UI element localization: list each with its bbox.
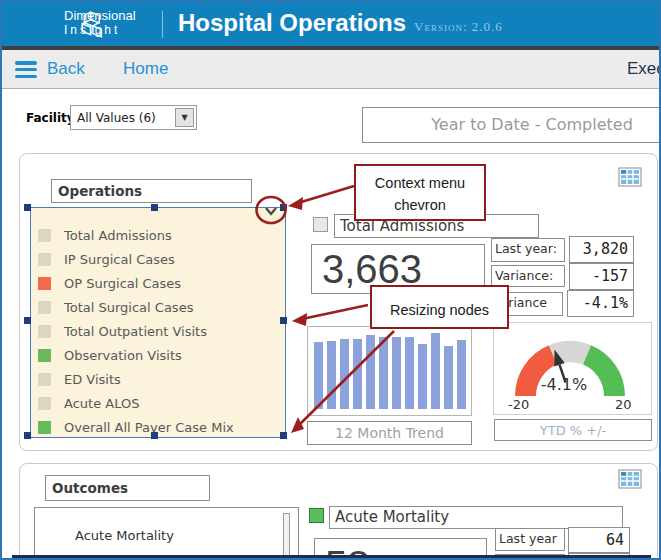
scrollbar-thumb[interactable] [283,513,290,560]
period-selector[interactable]: Year to Date - Completed [362,107,661,143]
trend-bar [457,340,466,409]
nav-back-link[interactable]: Back [47,59,85,79]
stat-value: -157 [569,263,634,290]
metric-color-swatch [38,397,51,410]
metric-row[interactable]: Observation Visits [38,343,282,367]
metric-color-swatch [38,421,51,434]
trend-bar [418,344,427,409]
stat-value: 3,820 [569,236,634,263]
trend-bar [392,337,401,409]
trend-bar [366,335,375,409]
resize-node-top-left[interactable] [24,204,31,211]
metric-color-swatch [38,229,51,242]
stat-label: Variance: [491,265,565,287]
nav-right-link[interactable]: Execu [627,59,661,79]
context-menu-chevron-icon[interactable] [261,201,281,221]
stat-value: -4.1% [567,290,634,317]
operations-panel-title[interactable]: Operations [51,179,252,203]
metric-checkbox[interactable] [313,217,328,232]
brand-line1: Dimensional [64,8,136,23]
callout-context-menu-chevron: Context menu chevron [354,164,486,221]
metric-label: Observation Visits [64,348,182,363]
metric-color-swatch [38,253,51,266]
resize-node-bottom-mid[interactable] [151,432,158,439]
metric-label: Acute ALOS [64,396,139,411]
metric-row[interactable]: ED Visits [38,367,282,391]
trend-bar [314,342,323,409]
trend-bar [405,337,414,409]
nav-home-link[interactable]: Home [123,59,168,79]
page-title: Hospital Operations [178,9,406,37]
metric-row[interactable]: OP Surgical Cases [38,271,282,295]
metric-label: Total Surgical Cases [64,300,193,315]
metric-color-swatch [38,325,51,338]
metric-row[interactable]: IP Surgical Cases [38,247,282,271]
trend-bar [444,346,453,409]
metric-color-swatch [309,508,324,523]
outcomes-list-item[interactable]: Acute Mortality [75,528,174,543]
gauge-caption: YTD % +/- [494,419,652,441]
metric-row[interactable]: Total Surgical Cases [38,295,282,319]
metric-label: OP Surgical Cases [64,276,181,291]
trend-bar [353,339,362,409]
metric-row[interactable]: Total Outpatient Visits [38,319,282,343]
dropdown-arrow-icon[interactable]: ▼ [175,108,194,127]
trend-caption: 12 Month Trend [307,421,472,445]
outcomes-panel-title[interactable]: Outcomes [45,475,210,501]
dashboard-screenshot: Dimensional Insight Hospital Operations … [0,0,661,560]
brand-name: Dimensional Insight [64,8,136,38]
table-view-icon[interactable] [618,167,642,187]
outcomes-list[interactable]: Acute Mortality [34,507,299,560]
facility-label: Facility [26,111,75,125]
trend-bar [340,339,349,409]
svg-text:-20: -20 [508,397,529,412]
brand-line2: Insight [64,23,136,38]
metric-label: ED Visits [64,372,121,387]
gauge-arc: -4.1%-2020 [494,323,651,414]
stat-label: Last year: [491,238,565,262]
resize-node-bottom-left[interactable] [24,432,31,439]
resize-node-bottom-right[interactable] [280,432,287,439]
callout-resizing-nodes: Resizing nodes [370,285,509,329]
metric-label: Total Outpatient Visits [64,324,207,339]
metric-name-box: Acute Mortality [329,506,623,529]
trend-bar-chart [307,326,472,416]
nav-bar: Back Home Execu [2,50,659,89]
metric-row[interactable]: Overall All Payer Case Mix [38,415,282,439]
metric-color-swatch [38,301,51,314]
trend-bars [314,333,466,409]
resize-node-right-mid[interactable] [280,317,287,324]
svg-text:20: 20 [615,397,632,412]
trend-bar [327,341,336,409]
stat-label: Last year [495,528,565,551]
metric-color-swatch [38,373,51,386]
metric-label: IP Surgical Cases [64,252,175,267]
metric-label: Overall All Payer Case Mix [64,420,234,435]
table-view-icon[interactable] [618,469,642,489]
facility-select[interactable]: All Values (6) ▼ [70,105,197,130]
trend-bar [379,337,388,409]
facility-selected-value: All Values (6) [77,111,156,125]
metric-row[interactable]: Acute ALOS [38,391,282,415]
app-header: Dimensional Insight Hospital Operations … [2,2,659,46]
stat-value: 64 [568,527,630,553]
hamburger-menu-icon[interactable] [15,61,37,78]
callout-text: chevron [356,194,484,216]
resize-node-top-mid[interactable] [151,204,158,211]
metric-label: Total Admissions [64,228,172,243]
svg-text:-4.1%: -4.1% [541,375,587,394]
callout-text: Context menu [356,172,484,194]
ytd-gauge: -4.1%-2020 [493,322,652,415]
metric-row[interactable]: Total Admissions [38,223,282,247]
version-label: Version: 2.0.6 [414,19,503,35]
metrics-list: Total AdmissionsIP Surgical CasesOP Surg… [38,223,282,439]
resize-node-left-mid[interactable] [24,317,31,324]
header-divider [162,11,163,38]
trend-bar [431,333,440,409]
resize-node-top-right[interactable] [280,204,287,211]
metric-color-swatch [38,277,51,290]
metric-color-swatch [38,349,51,362]
bottom-window-strip [12,555,651,560]
